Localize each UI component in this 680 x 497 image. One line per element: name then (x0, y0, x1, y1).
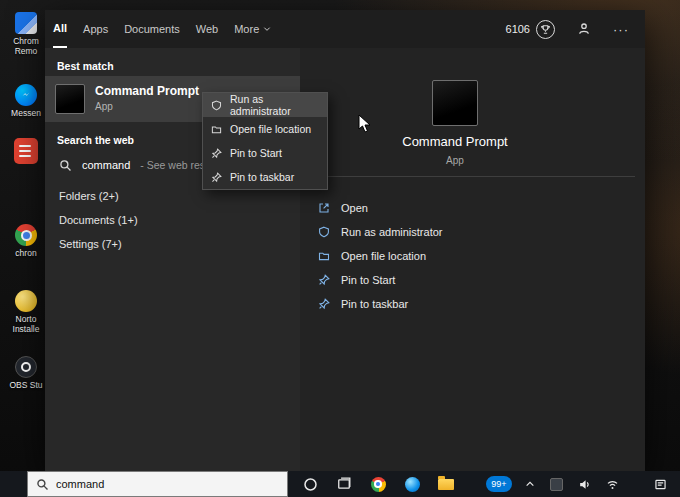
category-settings[interactable]: Settings (7+) (45, 232, 300, 256)
folder-icon (318, 250, 330, 262)
action-label: Pin to taskbar (341, 298, 408, 310)
taskbar-search-input[interactable] (56, 478, 279, 490)
context-menu-label: Pin to Start (230, 147, 282, 159)
tray-app-icon[interactable] (544, 472, 568, 496)
action-label: Run as administrator (341, 226, 443, 238)
action-label: Pin to Start (341, 274, 395, 286)
command-prompt-icon (55, 84, 85, 114)
command-prompt-preview-icon (432, 80, 478, 126)
pin-icon (211, 172, 222, 183)
todoist-icon (14, 138, 38, 164)
trophy-icon (536, 20, 555, 39)
network-icon[interactable] (600, 472, 624, 496)
desktop-icon-label: Chrom Remo (5, 36, 47, 56)
action-open[interactable]: Open (300, 196, 645, 220)
preview-pane: Command Prompt App Open Run as administr… (300, 48, 645, 471)
tab-apps-label: Apps (83, 11, 108, 47)
search-the-web-label: Search the web (57, 134, 134, 146)
open-icon (318, 202, 330, 214)
pin-icon (318, 298, 330, 310)
context-menu-run-as-administrator[interactable]: Run as administrator (203, 93, 327, 117)
volume-icon[interactable] (572, 472, 596, 496)
context-menu-open-file-location[interactable]: Open file location (203, 117, 327, 141)
taskbar: 99+ (0, 471, 680, 497)
context-menu-pin-to-taskbar[interactable]: Pin to taskbar (203, 165, 327, 189)
preview-subtitle: App (300, 155, 610, 166)
action-pin-to-start[interactable]: Pin to Start (300, 268, 645, 292)
context-menu-label: Pin to taskbar (230, 171, 294, 183)
search-header-right: 6106 ··· (506, 20, 629, 39)
mouse-cursor (358, 114, 372, 134)
best-match-label: Best match (57, 60, 114, 72)
category-label: Settings (7+) (59, 238, 122, 250)
pin-icon (318, 274, 330, 286)
norton-installer-icon (15, 290, 37, 312)
web-query: command (82, 159, 130, 171)
action-center-icon[interactable] (648, 472, 672, 496)
cortana-icon[interactable] (298, 472, 322, 496)
search-body: Best match Command Prompt App Search the… (45, 48, 645, 471)
more-options-icon[interactable]: ··· (613, 22, 629, 37)
search-icon (59, 159, 72, 172)
best-match-subtitle: App (95, 101, 113, 112)
tab-documents-label: Documents (124, 11, 180, 47)
preview-actions: Open Run as administrator Open file loca… (300, 196, 645, 316)
tab-documents[interactable]: Documents (124, 10, 180, 48)
file-explorer-icon[interactable] (434, 472, 458, 496)
taskbar-search-box[interactable] (27, 471, 288, 497)
screen: { "colors": { "accent": "#7fb2e5", "badg… (0, 0, 680, 497)
tray-chevron-up-icon[interactable] (518, 472, 542, 496)
desktop-icon-label: chron (15, 248, 36, 258)
tab-more-label: More (234, 11, 259, 47)
shield-icon (211, 100, 222, 111)
search-icon (36, 478, 49, 491)
action-open-file-location[interactable]: Open file location (300, 244, 645, 268)
chrome-icon (15, 224, 37, 246)
chrome-taskbar-icon[interactable] (366, 472, 390, 496)
shield-icon (318, 226, 330, 238)
category-label: Documents (1+) (59, 214, 138, 226)
obs-studio-icon (15, 356, 37, 378)
context-menu-label: Open file location (230, 123, 311, 135)
action-label: Open (341, 202, 368, 214)
category-documents[interactable]: Documents (1+) (45, 208, 300, 232)
context-menu: Run as administrator Open file location … (202, 92, 328, 190)
preview-divider (315, 176, 635, 177)
tab-apps[interactable]: Apps (83, 10, 108, 48)
desktop-icon-label: OBS Stu (9, 380, 42, 390)
action-run-as-administrator[interactable]: Run as administrator (300, 220, 645, 244)
chevron-down-icon (263, 25, 271, 33)
feedback-icon[interactable] (577, 22, 591, 36)
rewards-points[interactable]: 6106 (506, 20, 555, 39)
preview-title: Command Prompt (300, 134, 610, 149)
chrome-remote-desktop-icon (15, 12, 37, 34)
edge-taskbar-icon[interactable] (400, 472, 424, 496)
tab-web[interactable]: Web (196, 10, 218, 48)
tab-all[interactable]: All (53, 10, 67, 48)
category-label: Folders (2+) (59, 190, 119, 202)
notification-badge[interactable]: 99+ (486, 476, 512, 492)
search-flyout: All Apps Documents Web More 6106 ··· Bes… (45, 10, 645, 471)
search-tabs-bar: All Apps Documents Web More 6106 ··· (45, 10, 645, 48)
action-label: Open file location (341, 250, 426, 262)
folder-icon (211, 124, 222, 135)
action-pin-to-taskbar[interactable]: Pin to taskbar (300, 292, 645, 316)
context-menu-label: Run as administrator (230, 93, 319, 117)
pin-icon (211, 148, 222, 159)
tab-all-label: All (53, 9, 67, 47)
task-view-icon[interactable] (332, 472, 356, 496)
rewards-points-value: 6106 (506, 23, 530, 35)
messenger-icon (15, 84, 37, 106)
desktop-icon-label: Messen (11, 108, 41, 118)
best-match-title: Command Prompt (95, 84, 199, 98)
desktop-icon-label: Norto Installe (5, 314, 47, 334)
tab-more[interactable]: More (234, 10, 271, 48)
context-menu-pin-to-start[interactable]: Pin to Start (203, 141, 327, 165)
tab-web-label: Web (196, 11, 218, 47)
